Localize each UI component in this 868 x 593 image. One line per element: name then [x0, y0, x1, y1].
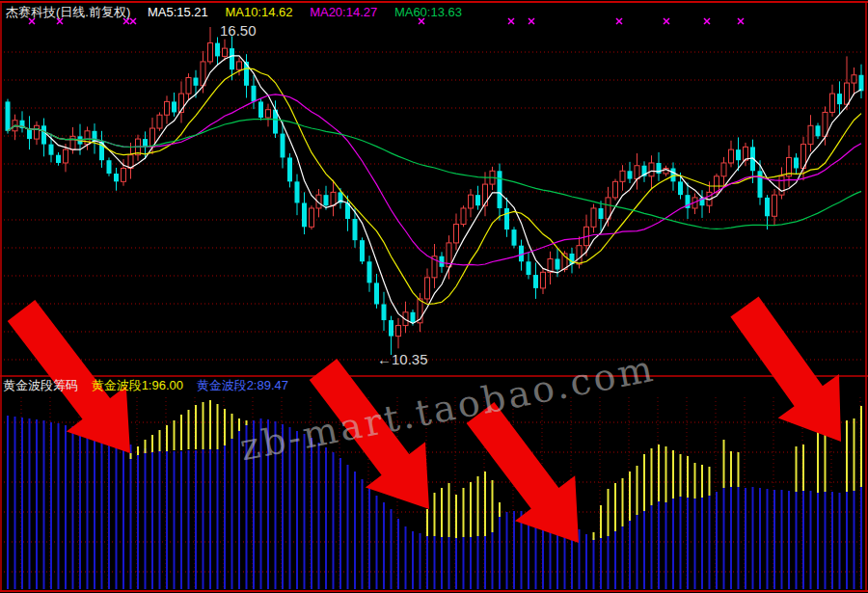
ma-line-20 [8, 94, 861, 265]
low-annotation: ←10.35 [377, 351, 428, 367]
stock-chart-app: 杰赛科技(日线.前复权) MA5:15.21 MA10:14.62 MA20:1… [0, 0, 868, 593]
high-annotation: 16.50 [220, 22, 257, 39]
sell-marks-group [29, 18, 744, 24]
chart-canvas [0, 0, 868, 593]
candles-group [6, 27, 864, 355]
